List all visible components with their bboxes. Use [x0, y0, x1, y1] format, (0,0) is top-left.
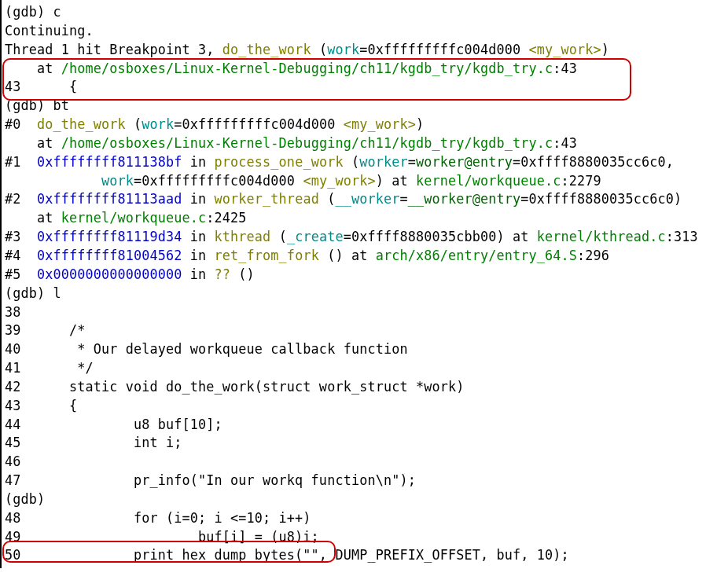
frame-1-cont: work=0xfffffffffc004d000 <my_work>) at k…: [5, 172, 723, 191]
frame-0-file: at /home/osboxes/Linux-Kernel-Debugging/…: [5, 134, 723, 153]
source-49: 49 buf[i] = (u8)i;: [5, 528, 723, 547]
frame-5: #5 0x0000000000000000 in ?? (): [5, 266, 723, 284]
source-40: 40 * Our delayed workqueue callback func…: [5, 340, 723, 359]
source-45: 45 int i;: [5, 434, 723, 453]
gdb-cmd-continue: (gdb) c: [5, 3, 723, 22]
frame-0: #0 do_the_work (work=0xfffffffffc004d000…: [5, 116, 723, 134]
file-path: /home/osboxes/Linux-Kernel-Debugging/ch1…: [61, 61, 553, 76]
address: 0xffffffff811138bf: [37, 154, 182, 170]
breakpoint-hit-line: Thread 1 hit Breakpoint 3, do_the_work (…: [5, 41, 723, 60]
frame-1: #1 0xffffffff811138bf in process_one_wor…: [5, 153, 723, 172]
source-41: 41 */: [5, 359, 723, 378]
gdb-prompt[interactable]: (gdb): [5, 490, 723, 509]
source-line-43: 43 {: [5, 78, 723, 97]
frame-2: #2 0xffffffff81113aad in worker_thread (…: [5, 190, 723, 209]
source-39: 39 /*: [5, 321, 723, 340]
frame-4: #4 0xffffffff81004562 in ret_from_fork (…: [5, 247, 723, 266]
source-42: 42 static void do_the_work(struct work_s…: [5, 378, 723, 397]
frame-3: #3 0xffffffff81119d34 in kthread (_creat…: [5, 228, 723, 247]
source-43-brace: 43 {: [5, 397, 723, 416]
frame-2-file: at kernel/workqueue.c:2425: [5, 209, 723, 228]
gdb-cmd-list: (gdb) l: [5, 284, 723, 303]
source-48: 48 for (i=0; i <=10; i++): [5, 509, 723, 528]
source-47: 47 pr_info("In our workq function\n");: [5, 472, 723, 490]
function-name: do_the_work: [222, 42, 311, 57]
source-44: 44 u8 buf[10];: [5, 416, 723, 435]
source-38: 38: [5, 303, 723, 322]
source-46: 46: [5, 453, 723, 472]
terminal-output: (gdb) c Continuing. Thread 1 hit Breakpo…: [5, 3, 723, 565]
continuing-text: Continuing.: [5, 22, 723, 41]
breakpoint-file-line: at /home/osboxes/Linux-Kernel-Debugging/…: [5, 60, 723, 79]
entry-param: worker@entry: [416, 154, 513, 170]
source-50: 50 print_hex_dump_bytes("", DUMP_PREFIX_…: [5, 546, 723, 565]
symbol-name: <my_work>: [529, 42, 601, 57]
gdb-cmd-bt: (gdb) bt: [5, 97, 723, 116]
param-name: work: [327, 42, 359, 57]
